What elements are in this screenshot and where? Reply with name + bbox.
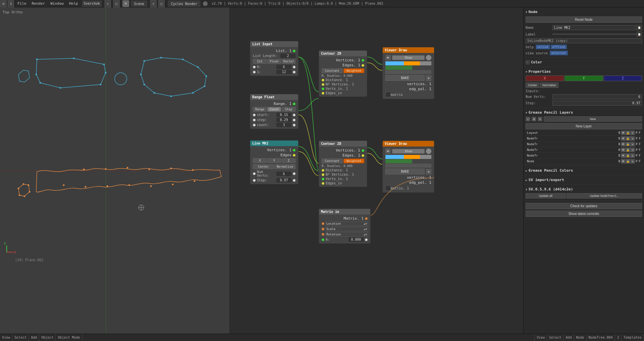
show-commits-btn[interactable]: Show latest commits: [526, 211, 642, 217]
step-btn[interactable]: Step: [282, 107, 296, 112]
center-btn[interactable]: Center: [253, 164, 274, 169]
circle-btn-bot[interactable]: [426, 149, 431, 154]
scale-dropdown[interactable]: Scale ▲▼: [326, 227, 368, 231]
reset-node-btn[interactable]: Reset Node: [526, 16, 642, 23]
z-prop-btn[interactable]: Z: [604, 75, 642, 81]
gp-layers-header[interactable]: Grease Pencil Layers: [526, 109, 642, 116]
label-copy-icon[interactable]: 📋: [637, 32, 642, 37]
offline-btn[interactable]: offline: [551, 45, 567, 49]
contour2d-top-node[interactable]: Contour 2D Vertices. 1 Edges. 1 Constant…: [319, 50, 367, 97]
rotation-dropdown[interactable]: Rotation ▲▼: [326, 232, 368, 237]
scene-max-icon[interactable]: □: [158, 0, 165, 7]
row0-val[interactable]: 6: [276, 65, 291, 69]
color-section-header[interactable]: Color: [526, 59, 642, 65]
bottom-nodetree-right[interactable]: NodeTree.004: [587, 334, 615, 341]
gp-eye-icon-2[interactable]: 👁: [621, 142, 626, 147]
sync-icon[interactable]: [203, 1, 208, 6]
range-float-node[interactable]: Range Float Range. 1 Range Count Step st…: [250, 94, 299, 129]
menu-render[interactable]: Render: [29, 0, 48, 7]
vector-btn[interactable]: Vector: [282, 59, 296, 64]
bottom-object-left[interactable]: Object: [39, 334, 56, 341]
gp-x-icon-1[interactable]: ✕: [630, 136, 635, 141]
num-verts-val[interactable]: 6: [276, 172, 291, 176]
scene-label[interactable]: Scene: [131, 1, 147, 7]
viewer-draw-bot-node[interactable]: Viewer Draw 👁 Show BAKE ⚙ vertices. 1 ed…: [382, 140, 434, 193]
check-updates-btn[interactable]: Check for updates: [526, 203, 642, 209]
int-btn[interactable]: Int: [253, 59, 267, 64]
bottom-num-right[interactable]: 2: [615, 334, 622, 341]
constant-bot-btn[interactable]: Constant: [322, 159, 343, 163]
show-btn-bot[interactable]: Show: [392, 149, 425, 154]
gp-lock-icon-1[interactable]: 🔒: [626, 136, 630, 141]
eye-icon-top[interactable]: 👁: [385, 55, 391, 60]
location-dropdown[interactable]: Location ▲▼: [326, 221, 368, 226]
gp-lock-icon-5[interactable]: 🔒: [626, 159, 630, 164]
close-icon[interactable]: ✕: [104, 0, 112, 7]
name-copy-icon[interactable]: 📋: [637, 25, 642, 30]
gp-lock-icon-4[interactable]: 🔒: [626, 153, 630, 158]
gp-colors-header[interactable]: Grease Pencil Colors: [526, 167, 642, 174]
bottom-add-left[interactable]: Add: [29, 334, 39, 341]
pencil-icon[interactable]: ✏: [526, 117, 530, 121]
bottom-view-right[interactable]: View: [534, 334, 547, 341]
gp-x-icon-2[interactable]: ✕: [630, 142, 635, 147]
new-btn[interactable]: New: [544, 116, 642, 122]
eye-icon-bot[interactable]: 👁: [385, 149, 391, 154]
gp-x-icon-4[interactable]: ✕: [630, 153, 635, 158]
gp-x-icon-0[interactable]: ✕: [630, 130, 635, 135]
loc-dropdown[interactable]: Location ▲▼: [326, 221, 368, 226]
bottom-templates-right[interactable]: Templates: [622, 334, 644, 341]
bake-btn-bot[interactable]: BAKE: [385, 169, 425, 174]
step-val[interactable]: 0.29: [276, 118, 291, 122]
step-prop-val[interactable]: 0.97: [552, 101, 642, 106]
list-length-val[interactable]: 2: [280, 54, 296, 58]
mk2-step-val[interactable]: 0.97: [276, 178, 291, 182]
online-btn[interactable]: online: [536, 45, 550, 49]
gp-lock-icon-0[interactable]: 🔒: [626, 130, 630, 135]
float-btn[interactable]: Float: [267, 59, 281, 64]
external-btn[interactable]: external: [550, 51, 568, 55]
render-engine[interactable]: Cycles Render: [168, 1, 200, 7]
gp-settings-icon[interactable]: ⚙: [532, 117, 536, 121]
bottom-mode-left[interactable]: Object Mode: [56, 334, 82, 341]
menu-file[interactable]: File: [15, 0, 29, 7]
bottom-view-left[interactable]: View: [0, 334, 12, 341]
num-verts-prop-val[interactable]: 6: [552, 94, 642, 99]
circle-btn-top[interactable]: [426, 55, 431, 60]
bake-settings-icon-bot[interactable]: ⚙: [426, 169, 431, 174]
new-layer-btn[interactable]: New Layer: [526, 123, 642, 129]
color-checkbox[interactable]: [526, 60, 530, 64]
normalize-btn[interactable]: Normalize: [275, 164, 296, 169]
gp-eye-icon-3[interactable]: 👁: [621, 148, 626, 152]
props-section-header[interactable]: Properties: [526, 68, 642, 75]
sv-import-header[interactable]: SV import/export: [526, 177, 642, 183]
bake-settings-icon-top[interactable]: ⚙: [426, 75, 431, 81]
info-icon[interactable]: ℹ: [7, 0, 15, 7]
bake-btn-top[interactable]: BAKE: [385, 75, 425, 81]
x-btn[interactable]: X: [253, 158, 267, 163]
weighted-btn[interactable]: Weighted: [343, 68, 365, 73]
update-nodetree-btn[interactable]: Update NodeTree 0...: [567, 193, 642, 198]
viewer-draw-top-node[interactable]: Viewer Draw 👁 Show BAKE ⚙ vertices. 1 ed…: [382, 47, 434, 99]
gp-eye-icon-5[interactable]: 👁: [621, 159, 626, 164]
a-val[interactable]: 0.000: [348, 237, 364, 242]
count-val[interactable]: 3: [276, 123, 291, 127]
label-field[interactable]: [552, 34, 637, 35]
gp-eye-icon-4[interactable]: 👁: [621, 153, 626, 158]
menu-window[interactable]: Window: [48, 0, 66, 7]
gp-x-icon-3[interactable]: ✕: [630, 148, 635, 152]
contour2d-bot-node[interactable]: Contour 2D Vertices. 1 Edges. 1 Constant…: [319, 140, 367, 187]
sv-version-header[interactable]: SV.0.5.9.6 (d414c2e): [526, 186, 642, 192]
bottom-add-right[interactable]: Add: [564, 334, 574, 341]
count-btn[interactable]: Count: [267, 107, 281, 112]
row1-val[interactable]: 12: [276, 70, 291, 74]
gp-add-icon[interactable]: +: [538, 117, 542, 121]
scene-close-icon[interactable]: ✕: [150, 0, 157, 7]
constant-btn[interactable]: Constant: [322, 68, 343, 73]
y-prop-btn[interactable]: Y: [565, 75, 603, 81]
matrix-in-node[interactable]: Matrix in Matrix. 1 Location ▲▼: [319, 209, 371, 244]
start-val[interactable]: 0.15: [276, 113, 291, 117]
node-section-header[interactable]: Node: [526, 9, 642, 15]
z-btn[interactable]: Z: [282, 158, 296, 163]
weighted-bot-btn[interactable]: Weighted: [343, 159, 365, 163]
